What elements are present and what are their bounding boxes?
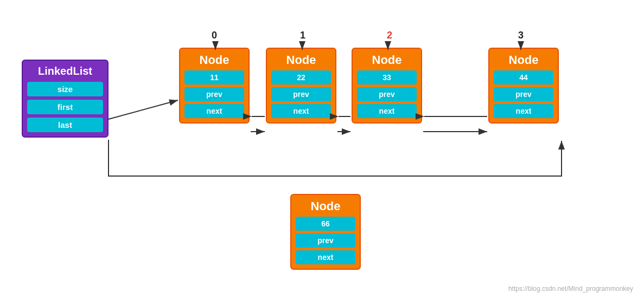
watermark: https://blog.csdn.net/Mind_programmonkey <box>508 285 633 292</box>
node-0-value: 11 <box>184 70 244 84</box>
node-0: Node 11 prev next <box>179 48 250 123</box>
node-2-next: next <box>357 104 417 118</box>
index-3: 3 <box>518 30 524 41</box>
node-4-title: Node <box>296 199 355 213</box>
node-1-next: next <box>271 104 331 118</box>
linkedlist-field-size: size <box>27 82 103 96</box>
node-3-prev: prev <box>494 87 553 101</box>
svg-line-6 <box>109 100 178 119</box>
node-3: Node 44 prev next <box>488 48 559 123</box>
diagram-container: LinkedList size first last 0 1 2 3 Node … <box>0 0 644 299</box>
index-1: 1 <box>300 30 305 41</box>
node-1-prev: prev <box>271 87 331 101</box>
node-4-prev: prev <box>296 233 355 248</box>
linkedlist-field-last: last <box>27 118 103 132</box>
linkedlist-field-first: first <box>27 100 103 114</box>
node-3-next: next <box>494 104 553 118</box>
node-4-next: next <box>296 250 355 264</box>
node-4-value: 66 <box>296 217 355 231</box>
index-0: 0 <box>212 30 217 41</box>
node-1-title: Node <box>271 53 331 67</box>
linkedlist-box: LinkedList size first last <box>22 60 109 138</box>
index-2: 2 <box>387 30 392 41</box>
node-2: Node 33 prev next <box>352 48 422 123</box>
node-4: Node 66 prev next <box>290 194 361 270</box>
node-0-title: Node <box>184 53 244 67</box>
node-1: Node 22 prev next <box>266 48 336 123</box>
node-0-prev: prev <box>184 87 244 101</box>
node-3-title: Node <box>494 53 553 67</box>
node-2-title: Node <box>357 53 417 67</box>
linkedlist-title: LinkedList <box>27 65 103 77</box>
node-2-prev: prev <box>357 87 417 101</box>
node-2-value: 33 <box>357 70 417 84</box>
node-3-value: 44 <box>494 70 553 84</box>
node-1-value: 22 <box>271 70 331 84</box>
node-0-next: next <box>184 104 244 118</box>
